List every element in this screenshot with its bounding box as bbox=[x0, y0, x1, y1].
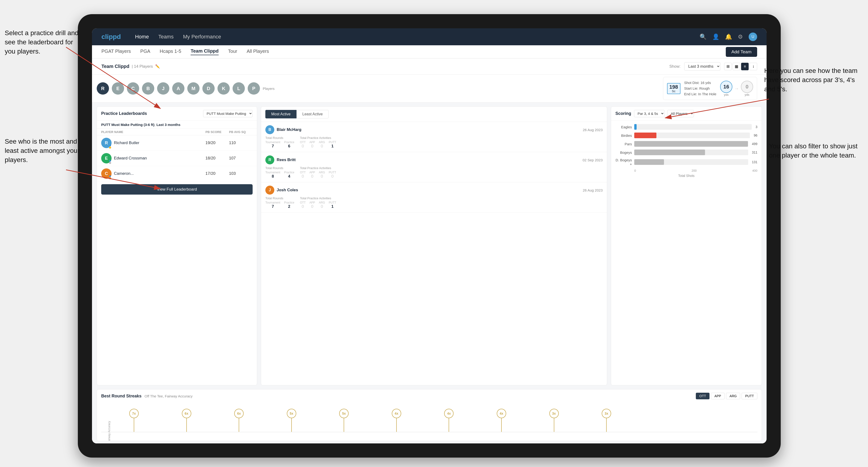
settings-icon[interactable]: ⚙ bbox=[738, 33, 743, 40]
shot-yards-1: 16 yds bbox=[720, 81, 733, 96]
tab-least-active[interactable]: Least Active bbox=[297, 110, 329, 118]
scoring-filter-1[interactable]: Par 3, 4 & 5s bbox=[634, 110, 664, 117]
nav-teams[interactable]: Teams bbox=[158, 34, 174, 40]
add-team-button[interactable]: Add Team bbox=[726, 47, 757, 57]
arg-col-1: ARG 0 bbox=[319, 141, 325, 149]
lb-avatar-2: E 🥈 bbox=[101, 153, 112, 163]
chart-bar bbox=[634, 124, 637, 130]
drill-select[interactable]: PUTT Must Make Putting bbox=[203, 110, 253, 117]
avatar[interactable]: U bbox=[749, 33, 757, 41]
streak-circle: 5x bbox=[287, 409, 296, 418]
player-avatar-3[interactable]: C bbox=[127, 82, 139, 95]
streak-dot: 6x bbox=[182, 409, 191, 432]
col-avg: PB AVG SQ bbox=[229, 130, 253, 134]
tablet-frame: clippd Home Teams My Performance 🔍 👤 🔔 ⚙… bbox=[78, 14, 781, 458]
subnav-tour[interactable]: Tour bbox=[228, 49, 237, 55]
chart-label: D. Bogeys + bbox=[615, 158, 632, 166]
logo: clippd bbox=[101, 33, 121, 40]
scoring-panel: Scoring Par 3, 4 & 5s All Players Eagles… bbox=[611, 106, 762, 385]
person-icon[interactable]: 👤 bbox=[712, 33, 719, 40]
chart-bar-row: Bogeys311 bbox=[615, 150, 757, 155]
tablet-screen: clippd Home Teams My Performance 🔍 👤 🔔 ⚙… bbox=[92, 28, 767, 443]
bell-icon[interactable]: 🔔 bbox=[725, 33, 732, 40]
streak-pin bbox=[396, 418, 397, 432]
player-avatar-8[interactable]: D bbox=[203, 82, 215, 95]
streak-pin bbox=[554, 418, 554, 432]
player-avatar-7[interactable]: M bbox=[187, 82, 199, 95]
tab-most-active[interactable]: Most Active bbox=[266, 110, 297, 118]
streak-dot: 4x bbox=[392, 409, 401, 432]
tournament-col-1: Tournament 7 bbox=[266, 141, 280, 149]
lb-row-2[interactable]: E 🥈 Edward Crossman 18/20 107 bbox=[97, 151, 257, 166]
player-avatar-5[interactable]: J bbox=[157, 82, 169, 95]
shot-card: 198 Sc Shot Dist: 16 yds Start Lie: Roug… bbox=[663, 77, 757, 100]
chart-bar-container bbox=[634, 141, 748, 147]
shot-detail-1: Shot Dist: 16 yds bbox=[684, 80, 716, 86]
edit-icon[interactable]: ✏️ bbox=[155, 64, 160, 69]
nav-home[interactable]: Home bbox=[135, 34, 149, 40]
streaks-title: Best Round Streaks bbox=[101, 394, 142, 398]
player-avatar-11[interactable]: P bbox=[248, 82, 260, 95]
chart-label: Bogeys bbox=[615, 151, 632, 154]
player-avatar-4[interactable]: B bbox=[142, 82, 154, 95]
col-player: PLAYER NAME bbox=[101, 130, 206, 134]
app-button[interactable]: APP bbox=[711, 393, 724, 399]
subnav-pgat[interactable]: PGAT Players bbox=[101, 49, 131, 55]
subnav: PGAT Players PGA Hcaps 1-5 Team Clippd T… bbox=[92, 45, 767, 59]
activity-tabs: Most Active Least Active bbox=[266, 110, 329, 118]
leaderboard-title: Practice Leaderboards bbox=[101, 111, 147, 116]
ott-button[interactable]: OTT bbox=[696, 393, 710, 399]
rounds-values-1: Tournament 7 Practice 6 bbox=[266, 141, 294, 149]
putt-button[interactable]: PUTT bbox=[742, 393, 757, 399]
scoring-header: Scoring Par 3, 4 & 5s All Players bbox=[611, 106, 762, 121]
chart-bar-row: Eagles3 bbox=[615, 124, 757, 130]
streak-pin bbox=[501, 418, 502, 432]
streak-pin bbox=[606, 418, 607, 432]
streak-y-label: % Fairway Accuracy bbox=[107, 421, 111, 441]
team-header: Team Clippd | 14 Players ✏️ Show: Last 3… bbox=[92, 59, 767, 74]
chart-value: 96 bbox=[753, 133, 757, 137]
streak-baseline bbox=[101, 432, 757, 432]
show-select[interactable]: Last 3 months Last month Last 6 months L… bbox=[684, 62, 720, 70]
scoring-filter-2[interactable]: All Players bbox=[667, 110, 694, 117]
streak-circle: 4x bbox=[392, 409, 401, 418]
player-avatar-6[interactable]: A bbox=[172, 82, 184, 95]
streak-circle: 5x bbox=[339, 409, 349, 418]
shot-detail-2: Start Lie: Rough bbox=[684, 86, 716, 91]
nav-myperformance[interactable]: My Performance bbox=[183, 34, 221, 40]
subnav-hcaps[interactable]: Hcaps 1-5 bbox=[160, 49, 181, 55]
activity-player-3: J Josh Coles 26 Aug 2023 bbox=[266, 186, 602, 195]
subnav-right: Add Team bbox=[726, 47, 757, 57]
player-avatar-10[interactable]: L bbox=[232, 82, 245, 95]
streak-chart: 7x6x6x5x5x4x4x4x3x3x% Fairway Accuracy bbox=[101, 402, 757, 437]
total-rounds-group-1: Total Rounds Tournament 7 Practice 6 bbox=[266, 136, 294, 149]
chart-bar-container bbox=[634, 159, 748, 165]
player-avatar-2[interactable]: E bbox=[112, 82, 124, 95]
player-avatar-9[interactable]: K bbox=[217, 82, 230, 95]
view-full-leaderboard-button[interactable]: View Full Leaderboard bbox=[101, 184, 253, 195]
lb-score-1: 19/20 bbox=[206, 141, 229, 145]
sort-view-icon[interactable]: ↕ bbox=[750, 63, 757, 70]
streak-circle: 3x bbox=[602, 409, 611, 418]
search-icon[interactable]: 🔍 bbox=[700, 33, 707, 40]
activity-player-1: B Blair McHarg 26 Aug 2023 bbox=[266, 125, 602, 134]
subnav-pga[interactable]: PGA bbox=[140, 49, 150, 55]
practice-activities-label-1: Total Practice Activities bbox=[300, 136, 336, 139]
grid-view-icon[interactable]: ⊞ bbox=[724, 63, 732, 70]
subnav-teamclippd[interactable]: Team Clippd bbox=[191, 49, 219, 55]
player-avatar-1[interactable]: R bbox=[97, 82, 109, 95]
main-content: Team Clippd | 14 Players ✏️ Show: Last 3… bbox=[92, 59, 767, 443]
shot-yards-2: 0 yds bbox=[741, 81, 753, 96]
grid2-view-icon[interactable]: ▦ bbox=[733, 63, 740, 70]
arg-button[interactable]: ARG bbox=[726, 393, 740, 399]
putt-col-1: PUTT 1 bbox=[329, 141, 336, 149]
list-view-icon[interactable]: ≡ bbox=[741, 63, 749, 70]
lb-row-1[interactable]: R 🥇 Richard Butler 19/20 110 bbox=[97, 135, 257, 151]
leaderboard-panel-header: Practice Leaderboards PUTT Must Make Put… bbox=[97, 106, 257, 121]
lb-row-3[interactable]: C 🥉 Cameron... 17/20 103 bbox=[97, 166, 257, 181]
annotation-top-left: Select a practice drill and see the lead… bbox=[5, 28, 80, 56]
subnav-allplayers[interactable]: All Players bbox=[247, 49, 269, 55]
lb-player-2: E 🥈 Edward Crossman bbox=[101, 153, 206, 163]
practice-col-1: Practice 6 bbox=[284, 141, 294, 149]
streak-dot: 3x bbox=[602, 409, 611, 432]
